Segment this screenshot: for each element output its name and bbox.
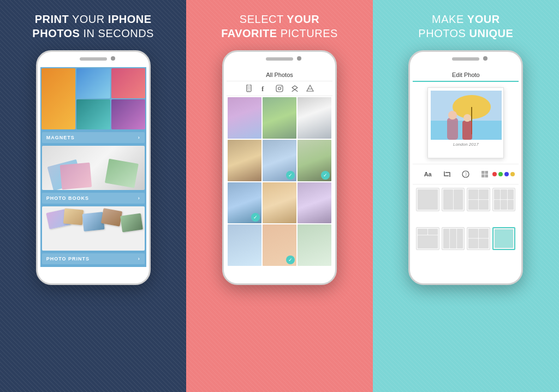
color-dot-red	[492, 172, 497, 176]
color-dot-yellow	[510, 172, 515, 176]
panel-edit: MAKE YOUR PHOTOS UNIQUE Edit Photo	[373, 0, 559, 392]
prints-bar[interactable]: PHOTO PRINTS ›	[42, 253, 145, 264]
photo-placeholder-purple	[111, 99, 145, 129]
svg-point-5	[278, 87, 281, 90]
color-tool[interactable]	[498, 169, 509, 180]
grid-photo-10[interactable]	[228, 224, 261, 266]
edit-photo-header: Edit Photo	[413, 67, 519, 82]
polaroid-photo	[431, 91, 502, 140]
magnets-arrow: ›	[138, 135, 140, 140]
grid-photo-7[interactable]: ✓	[228, 182, 261, 224]
color-dot-blue	[504, 172, 509, 176]
photo-books-bar[interactable]: PHOTO BOOKS ›	[42, 193, 145, 204]
layout-cell-5-1	[418, 229, 427, 235]
dropbox-source-icon[interactable]	[290, 84, 299, 93]
layout-option-1[interactable]	[416, 188, 439, 211]
layout-cell-7-2	[479, 229, 489, 239]
grid-photo-4[interactable]	[228, 140, 261, 181]
scatter-photo-2	[63, 209, 84, 225]
svg-rect-21	[481, 175, 485, 178]
layout-option-7[interactable]	[467, 227, 490, 251]
phone-2-wrap: All Photos f	[186, 50, 372, 392]
layout-option-8-selected[interactable]	[492, 227, 516, 251]
prints-section	[42, 206, 145, 251]
photo-cell-4	[111, 99, 145, 129]
grid-photo-2[interactable]	[263, 97, 296, 139]
phone-1-wrap: MAGNETS › PHOTO BOOKS ›	[0, 50, 186, 392]
text-tool[interactable]: Aa	[423, 169, 433, 180]
grid-photo-5[interactable]: ✓	[263, 140, 296, 181]
prints-label: PHOTO PRINTS	[46, 256, 90, 262]
layout-cell-6-3	[457, 229, 463, 249]
magnets-photo-grid	[40, 67, 146, 130]
checkmark-7: ✓	[251, 213, 260, 222]
photo-cell-3	[76, 99, 110, 129]
grid-photo-6[interactable]: ✓	[298, 140, 331, 181]
book-page-2	[60, 163, 92, 190]
scatter-photo-5	[120, 213, 143, 233]
svg-rect-19	[481, 171, 485, 174]
scattered-photos	[42, 206, 145, 251]
filter-tool[interactable]	[460, 169, 471, 180]
crop-tool[interactable]	[442, 169, 453, 180]
layout-cell-5-2	[428, 229, 438, 235]
phone-3-wrap: Edit Photo	[373, 50, 559, 392]
photo-cell-large	[41, 68, 75, 129]
instagram-source-icon[interactable]	[275, 84, 284, 93]
grid-photo-11[interactable]: ✓	[263, 224, 296, 266]
panel-print: PRINT YOUR IPHONE PHOTOS IN SECONDS	[0, 0, 186, 392]
photo-book-section	[42, 146, 145, 190]
phone-1-content: MAGNETS › PHOTO BOOKS ›	[40, 67, 146, 267]
svg-point-15	[448, 111, 457, 120]
color-dot-green	[498, 172, 503, 176]
grid-photo-9[interactable]	[298, 182, 331, 224]
phone-3-screen: Edit Photo	[413, 67, 519, 267]
layout-option-6[interactable]	[442, 227, 465, 251]
layout-option-4[interactable]	[492, 188, 516, 211]
svg-marker-7	[292, 86, 298, 92]
panel-2-header: SELECT YOUR FAVORITE PICTURES	[210, 0, 349, 50]
layout-cell-4-5	[501, 200, 507, 210]
grid-photo-1[interactable]	[228, 97, 261, 139]
layout-cell-3-2	[479, 189, 489, 199]
svg-point-2	[248, 91, 249, 92]
svg-marker-8	[307, 85, 313, 91]
svg-rect-14	[447, 118, 458, 140]
google-drive-source-icon[interactable]	[306, 84, 314, 93]
phone-3: Edit Photo	[408, 50, 523, 285]
book-page-3	[105, 159, 139, 188]
layout-option-2[interactable]	[442, 188, 465, 211]
layout-cell-7-4	[479, 239, 489, 248]
phone-2: All Photos f	[222, 50, 337, 285]
facebook-source-icon[interactable]: f	[260, 84, 269, 93]
svg-text:f: f	[261, 85, 264, 92]
layout-cell-4-3	[508, 189, 514, 199]
layout-cell-8-1	[495, 229, 514, 248]
source-icons-row: f	[227, 81, 332, 96]
grid-photo-3[interactable]	[298, 97, 331, 139]
grid-photo-12[interactable]	[298, 224, 331, 266]
svg-rect-20	[485, 171, 489, 174]
photo-books-arrow: ›	[138, 195, 140, 201]
panel-3-header: MAKE YOUR PHOTOS UNIQUE	[407, 0, 524, 50]
layout-cell-7-3	[468, 239, 478, 248]
layout-option-5[interactable]	[416, 227, 439, 251]
layout-tool[interactable]	[479, 169, 490, 180]
phone-source-icon[interactable]	[245, 84, 253, 93]
svg-rect-22	[485, 175, 489, 178]
layout-cell-3-4	[479, 200, 489, 210]
phone-2-content: All Photos f	[227, 67, 332, 267]
magnets-bar[interactable]: MAGNETS ›	[42, 132, 145, 143]
layout-cell-2-2	[454, 189, 463, 210]
photo-grid-2: ✓ ✓ ✓ ✓	[227, 96, 332, 267]
grid-photo-8[interactable]	[263, 182, 296, 224]
svg-rect-16	[462, 121, 472, 140]
magnets-label: MAGNETS	[46, 135, 75, 140]
layout-option-3[interactable]	[467, 188, 490, 211]
scatter-photo-4	[100, 208, 122, 227]
phone-1: MAGNETS › PHOTO BOOKS ›	[36, 50, 151, 285]
photo-placeholder-blue	[76, 68, 110, 98]
layout-cell-6-1	[443, 229, 450, 249]
phone-3-content: Edit Photo	[413, 67, 519, 267]
layout-cell-4-4	[494, 200, 501, 210]
